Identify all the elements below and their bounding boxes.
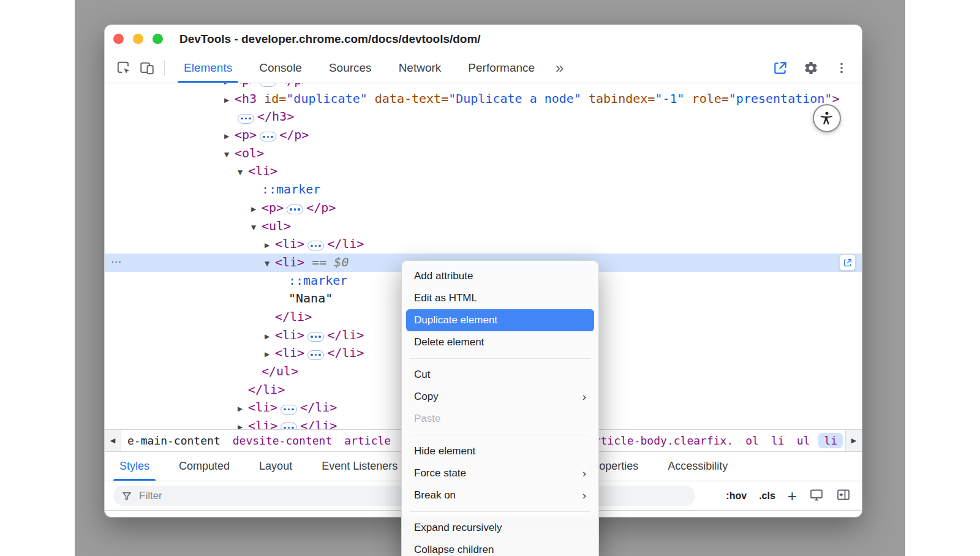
tab-elements[interactable]: Elements [170, 53, 246, 83]
code-token-tag: </li> [300, 400, 337, 415]
tree-expand-arrow-right-icon[interactable]: ▶ [224, 127, 235, 146]
toggle-device-toolbar-button[interactable] [135, 56, 159, 80]
tree-row[interactable]: ::marker [105, 181, 862, 199]
monitor-button[interactable] [809, 487, 824, 505]
tree-row[interactable]: ▶<p></p> [105, 126, 862, 145]
inline-expand-badge[interactable] [307, 350, 324, 360]
zoom-window-button[interactable] [153, 34, 163, 44]
breadcrumb-item-selected[interactable]: li [818, 433, 843, 448]
tab-layout[interactable]: Layout [244, 452, 307, 481]
tree-row[interactable]: ▶<h3 id="duplicate" data-text="Duplicate… [105, 90, 862, 108]
inspect-element-button[interactable] [112, 56, 135, 80]
breadcrumb-item[interactable]: ol [739, 434, 765, 447]
breadcrumb-scroll-right-button[interactable]: ▶ [845, 430, 862, 451]
tree-expand-arrow-down-icon[interactable]: ▼ [265, 255, 275, 273]
inline-expand-badge[interactable] [260, 83, 276, 87]
minimize-window-button[interactable] [133, 34, 143, 44]
tree-row[interactable]: ▶<p></p> [105, 83, 862, 90]
breadcrumb-item[interactable]: article [338, 434, 397, 447]
row-options-dots-icon[interactable]: ⋯ [111, 254, 121, 272]
menu-item-collapse-children[interactable]: Collapse children [406, 539, 594, 556]
menu-item-copy[interactable]: Copy› [406, 386, 594, 408]
tree-row[interactable]: </h3> [105, 108, 862, 126]
code-token-tag: <p> [235, 83, 257, 88]
tree-expand-arrow-down-icon[interactable]: ▼ [251, 219, 262, 237]
code-token-pseudo: ::marker [288, 273, 347, 288]
chevron-right-icon: ▶ [851, 437, 856, 445]
menu-item-label: Edit as HTML [414, 292, 477, 304]
code-token-tag: </li> [327, 328, 364, 342]
menu-item-delete-element[interactable]: Delete element [406, 331, 594, 353]
tab-console[interactable]: Console [246, 53, 315, 83]
inline-expand-badge[interactable] [281, 423, 297, 429]
tab-accessibility[interactable]: Accessibility [653, 452, 742, 481]
monitor-icon [809, 487, 824, 502]
tab-performance[interactable]: Performance [454, 53, 548, 83]
tab-network[interactable]: Network [385, 53, 455, 83]
selected-row-square-arrow-badge[interactable] [839, 254, 856, 271]
inline-expand-badge[interactable] [260, 132, 276, 141]
menu-item-break-on[interactable]: Break on› [406, 484, 594, 506]
menu-item-hide-element[interactable]: Hide element [406, 440, 594, 462]
tab-computed[interactable]: Computed [164, 452, 244, 481]
inline-expand-badge[interactable] [281, 405, 297, 415]
breadcrumb-item[interactable]: rticle-body.clearfix. [588, 434, 740, 447]
menu-item-edit-as-html[interactable]: Edit as HTML [406, 287, 594, 309]
code-token-tag: </li> [248, 382, 285, 397]
tree-expand-arrow-right-icon[interactable]: ▶ [238, 400, 248, 418]
accessibility-widget-button[interactable] [813, 104, 841, 132]
tab-styles[interactable]: Styles [105, 452, 164, 481]
toolbar-divider [164, 60, 165, 76]
menu-item-cut[interactable]: Cut [406, 364, 594, 386]
more-tabs-button[interactable]: » [548, 54, 571, 82]
more-options-button[interactable] [830, 56, 853, 80]
tree-expand-arrow-right-icon[interactable]: ▶ [238, 418, 248, 429]
gear-icon [804, 61, 818, 75]
device-toolbar-icon [139, 60, 155, 76]
inline-expand-badge[interactable] [238, 114, 254, 124]
tree-row[interactable]: ▼<ul> [105, 217, 862, 236]
element-classes-button[interactable]: .cls [759, 490, 775, 502]
menu-item-label: Copy [414, 391, 439, 403]
tree-row[interactable]: ▶<p></p> [105, 199, 862, 217]
tree-expand-arrow-right-icon[interactable]: ▶ [265, 328, 275, 346]
tree-expand-arrow-down-icon[interactable]: ▼ [238, 163, 248, 182]
menu-item-expand-recursively[interactable]: Expand recursively [406, 517, 594, 539]
code-token-tag: <h3 [235, 91, 257, 106]
toggle-element-state-button[interactable]: :hov [726, 490, 747, 502]
tree-row[interactable]: ▶<li></li> [105, 235, 862, 254]
tree-row[interactable]: ▼<li> [105, 162, 862, 181]
breadcrumb-item[interactable]: ul [791, 434, 816, 447]
filter-funnel-icon [121, 490, 132, 502]
tree-row[interactable]: ▼<ol> [105, 145, 862, 163]
menu-item-add-attribute[interactable]: Add attribute [406, 265, 594, 287]
tree-expand-arrow-right-icon[interactable]: ▶ [224, 91, 235, 110]
code-token-tag: <li> [275, 236, 304, 251]
accessibility-person-icon [819, 110, 835, 126]
inline-expand-badge[interactable] [307, 241, 324, 250]
sidebar-toggle-button[interactable] [836, 487, 851, 505]
code-token-tag: </li> [300, 418, 337, 429]
breadcrumb-item[interactable]: devsite-content [227, 434, 339, 447]
breadcrumb-item[interactable]: e-main-content [121, 434, 227, 447]
code-token-tag: <li> [275, 328, 304, 342]
inline-expand-badge[interactable] [307, 332, 324, 342]
breadcrumb-scroll-left-button[interactable]: ◀ [105, 430, 121, 451]
tab-sources[interactable]: Sources [315, 53, 385, 83]
tab-event-listeners[interactable]: Event Listeners [307, 452, 412, 481]
menu-item-label: Expand recursively [414, 522, 502, 534]
close-window-button[interactable] [113, 34, 124, 44]
tree-expand-arrow-down-icon[interactable]: ▼ [224, 146, 235, 164]
menu-item-force-state[interactable]: Force state› [406, 462, 594, 484]
menu-item-paste[interactable]: Paste [406, 408, 594, 430]
tree-expand-arrow-right-icon[interactable]: ▶ [265, 345, 275, 364]
tree-expand-arrow-right-icon[interactable]: ▶ [251, 200, 262, 219]
square-arrow-button[interactable] [769, 56, 792, 80]
devtools-toolbar: Elements Console Sources Network Perform… [105, 53, 862, 83]
inline-expand-badge[interactable] [287, 205, 303, 214]
tree-expand-arrow-right-icon[interactable]: ▶ [265, 236, 275, 255]
breadcrumb-item[interactable]: li [765, 434, 791, 447]
menu-item-duplicate-element[interactable]: Duplicate element [406, 309, 594, 331]
settings-button[interactable] [799, 56, 823, 80]
new-style-rule-button[interactable]: + [788, 490, 797, 502]
